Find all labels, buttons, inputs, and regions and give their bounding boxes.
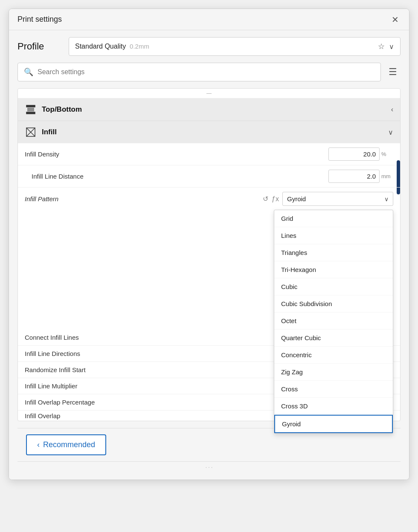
- section-header-left: Top/Bottom: [25, 104, 82, 116]
- infill-overlap-percentage-label: Infill Overlap Percentage: [25, 399, 95, 406]
- infill-line-multiplier-label: Infill Line Multiplier: [25, 382, 77, 390]
- infill-pattern-dropdown[interactable]: Gyroid ∨: [282, 192, 393, 206]
- recommended-label: Recommended: [43, 440, 95, 449]
- top-bottom-title: Top/Bottom: [42, 105, 82, 114]
- infill-overlap-label: Infill Overlap: [25, 412, 60, 419]
- infill-density-label: Infill Density: [25, 150, 59, 158]
- infill-pattern-value: Gyroid: [287, 195, 306, 202]
- infill-pattern-dropdown-container: ↺ ƒx Gyroid ∨: [263, 192, 393, 206]
- infill-line-distance-input-group: mm: [328, 170, 393, 183]
- content-area: Profile Standard Quality 0.2mm ☆ ∨ 🔍 ☰ —: [9, 30, 409, 480]
- infill-line-distance-unit: mm: [381, 173, 393, 179]
- infill-line-distance-input[interactable]: [328, 170, 380, 183]
- print-settings-window: Print settings ✕ Profile Standard Qualit…: [9, 9, 409, 480]
- infill-pattern-label: Infill Pattern: [25, 195, 58, 202]
- profile-value: Standard Quality 0.2mm: [75, 43, 149, 50]
- dropdown-item-tri-hexagon[interactable]: Tri-Hexagon: [274, 261, 393, 278]
- infill-header-left: Infill: [25, 126, 57, 138]
- connect-infill-lines-label: Connect Infill Lines: [25, 334, 79, 341]
- pattern-dropdown-chevron: ∨: [384, 196, 389, 202]
- resize-handle[interactable]: · · ·: [17, 461, 401, 473]
- top-bottom-section-header[interactable]: Top/Bottom ‹: [18, 98, 400, 121]
- randomize-infill-start-label: Randomize Infill Start: [25, 366, 86, 373]
- dropdown-item-zig-zag[interactable]: Zig Zag: [274, 364, 393, 381]
- star-icon[interactable]: ☆: [378, 42, 385, 51]
- top-bottom-icon: [25, 104, 37, 116]
- profile-dropdown-icons: ☆ ∨: [378, 42, 394, 51]
- svg-rect-1: [26, 112, 35, 114]
- infill-density-input-group: %: [328, 147, 393, 161]
- dropdown-item-grid[interactable]: Grid: [274, 210, 393, 227]
- infill-line-distance-row: Infill Line Distance mm: [18, 165, 400, 188]
- profile-dropdown[interactable]: Standard Quality 0.2mm ☆ ∨: [69, 37, 401, 56]
- dropdown-item-cubic-subdivision[interactable]: Cubic Subdivision: [274, 295, 393, 312]
- search-input[interactable]: [38, 68, 374, 76]
- top-bottom-chevron: ‹: [391, 106, 393, 113]
- infill-icon: [25, 126, 37, 138]
- profile-row: Profile Standard Quality 0.2mm ☆ ∨: [17, 37, 401, 56]
- dropdown-item-octet[interactable]: Octet: [274, 312, 393, 330]
- infill-line-directions-label: Infill Line Directions: [25, 350, 80, 357]
- dropdown-item-lines[interactable]: Lines: [274, 227, 393, 244]
- close-button[interactable]: ✕: [390, 15, 401, 24]
- dropdown-item-cross[interactable]: Cross: [274, 381, 393, 398]
- chevron-down-icon[interactable]: ∨: [389, 43, 394, 51]
- dropdown-item-quarter-cubic[interactable]: Quarter Cubic: [274, 330, 393, 347]
- title-bar: Print settings ✕: [9, 9, 409, 30]
- infill-title: Infill: [42, 128, 57, 136]
- dropdown-item-gyroid[interactable]: Gyroid: [274, 415, 393, 433]
- dropdown-item-cubic[interactable]: Cubic: [274, 278, 393, 295]
- infill-density-input[interactable]: [328, 147, 380, 161]
- window-title: Print settings: [17, 15, 62, 24]
- infill-section-header[interactable]: Infill ∨: [18, 121, 400, 143]
- search-icon: 🔍: [24, 67, 33, 77]
- dropdown-item-concentric[interactable]: Concentric: [274, 347, 393, 364]
- infill-line-distance-label: Infill Line Distance: [32, 173, 84, 180]
- search-row: 🔍 ☰: [17, 63, 401, 81]
- infill-pattern-row: Infill Pattern ↺ ƒx Gyroid ∨ Grid Lines …: [18, 188, 400, 210]
- search-box: 🔍: [17, 63, 381, 81]
- reset-icon[interactable]: ↺: [263, 195, 268, 203]
- infill-chevron: ∨: [388, 128, 393, 136]
- dropdown-item-cross-3d[interactable]: Cross 3D: [274, 398, 393, 415]
- infill-density-unit: %: [381, 151, 393, 157]
- profile-label: Profile: [17, 41, 60, 52]
- infill-density-row: Infill Density %: [18, 143, 400, 165]
- scroll-indicator-top: —: [18, 89, 400, 98]
- fx-icon[interactable]: ƒx: [272, 195, 279, 203]
- dropdown-item-triangles[interactable]: Triangles: [274, 244, 393, 261]
- settings-area: — Top/Bottom ‹: [17, 88, 401, 421]
- infill-pattern-dropdown-list: Grid Lines Triangles Tri-Hexagon Cubic C…: [274, 210, 393, 434]
- svg-rect-0: [26, 105, 35, 107]
- hamburger-menu-icon[interactable]: ☰: [385, 63, 401, 81]
- recommended-button[interactable]: ‹ Recommended: [26, 434, 106, 455]
- recommended-chevron-icon: ‹: [37, 440, 40, 449]
